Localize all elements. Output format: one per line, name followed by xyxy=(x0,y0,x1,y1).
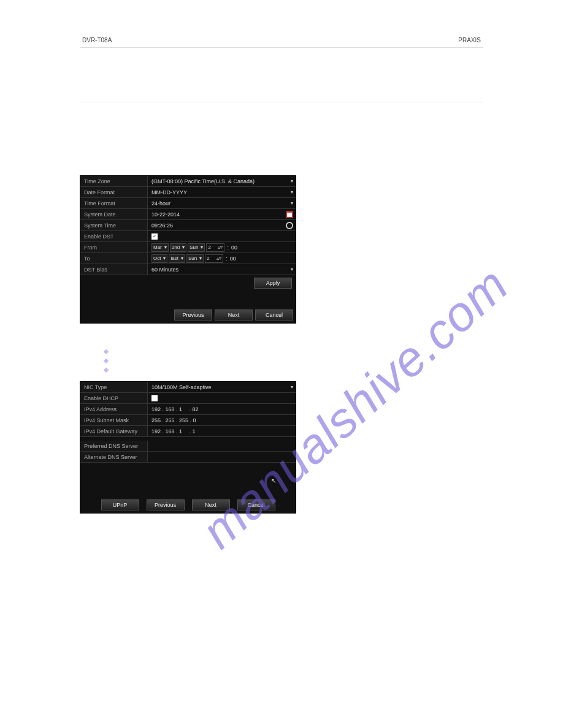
label-ipv4mask: IPv4 Subnet Mask xyxy=(80,415,148,425)
brand-label: PRAXIS xyxy=(458,37,481,44)
figure-caption-2: Figure 2.5 Network Configuration xyxy=(80,516,483,522)
from-min: 00 xyxy=(231,245,237,251)
cursor-icon: ↖ xyxy=(271,477,276,484)
label-timezone: Time Zone xyxy=(80,176,148,186)
label-ipv4gw: IPv4 Default Gateway xyxy=(80,426,148,436)
row-ipv4addr[interactable]: IPv4 Address 192 . 168 . 1 . 82 xyxy=(80,404,296,415)
row-nictype[interactable]: NIC Type 10M/100M Self-adaptive ▾ xyxy=(80,382,296,393)
chevron-down-icon: ▾ xyxy=(291,384,296,390)
row-dateformat[interactable]: Date Format MM-DD-YYYY ▾ xyxy=(80,187,296,198)
clock-icon[interactable] xyxy=(286,222,293,229)
previous-button[interactable]: Previous xyxy=(174,309,212,320)
label-pdns: Preferred DNS Server xyxy=(80,441,148,451)
label-enabledst: Enable DST xyxy=(80,231,148,241)
apply-row: Apply xyxy=(80,275,296,289)
spacer: ↖ xyxy=(80,463,296,497)
from-week-select[interactable]: 2nd▾ xyxy=(170,243,186,252)
value-dateformat: MM-DD-YYYY xyxy=(151,189,187,195)
chapter-title: Chapter 2 Getting Started xyxy=(80,126,483,142)
cancel-button[interactable]: Cancel xyxy=(237,499,275,510)
previous-button[interactable]: Previous xyxy=(147,499,185,510)
step-2-text: 2. Click Next button on the Wizard windo… xyxy=(80,165,483,172)
next-button[interactable]: Next xyxy=(192,499,230,510)
from-day-select[interactable]: Sun▾ xyxy=(188,243,205,252)
label-timeformat: Time Format xyxy=(80,198,148,208)
label-adns: Alternate DNS Server xyxy=(80,452,148,462)
to-hour-spinner[interactable]: 2▵▿ xyxy=(205,254,223,263)
datetime-settings-panel: Time Zone (GMT-08:00) Pacific Time(U.S. … xyxy=(80,175,296,324)
spacer xyxy=(80,289,296,307)
value-ipv4addr: 192 . 168 . 1 . 82 xyxy=(151,406,199,412)
divider xyxy=(80,47,483,48)
nav-buttons: UPnP Previous Next Cancel xyxy=(80,497,296,513)
chevron-down-icon: ▾ xyxy=(291,189,296,195)
model-label: DVR-T08A xyxy=(82,37,112,44)
value-sysdate: 10-22-2014 xyxy=(151,211,180,218)
to-day-select[interactable]: Sun▾ xyxy=(186,254,204,263)
colon-text: : xyxy=(224,256,229,262)
figure-caption-1: Figure 2.4 Date and Time Settings xyxy=(80,326,483,332)
step-1-text: 1. Enter the Wizard interface if start w… xyxy=(80,156,483,162)
label-nictype: NIC Type xyxy=(80,382,148,392)
to-min: 00 xyxy=(230,256,236,262)
calendar-icon[interactable] xyxy=(286,211,293,218)
row-systime[interactable]: System Time 09:26:26 xyxy=(80,220,296,231)
chevron-down-icon: ▾ xyxy=(291,267,296,272)
to-week-select[interactable]: last▾ xyxy=(169,254,185,263)
checkbox-enabledst[interactable]: ✓ xyxy=(151,233,158,240)
network-config-panel: NIC Type 10M/100M Self-adaptive ▾ Enable… xyxy=(80,381,296,514)
row-dhcp: Enable DHCP xyxy=(80,393,296,404)
chapter-block: Chapter 2 Getting Started Steps: 1. Ente… xyxy=(80,126,483,172)
row-enabledst: Enable DST ✓ xyxy=(80,231,296,242)
label-dhcp: Enable DHCP xyxy=(80,393,148,403)
next-button[interactable]: Next xyxy=(215,309,253,320)
row-ipv4mask[interactable]: IPv4 Subnet Mask 255 . 255 . 255 . 0 xyxy=(80,415,296,426)
colon-text: : xyxy=(226,245,230,251)
label-from: From xyxy=(80,242,148,252)
divider xyxy=(80,102,483,102)
page-header: DVR-T08A PRAXIS xyxy=(80,37,483,46)
row-timezone[interactable]: Time Zone (GMT-08:00) Pacific Time(U.S. … xyxy=(80,176,296,187)
value-nictype: 10M/100M Self-adaptive xyxy=(151,384,212,390)
value-dstbias: 60 Minutes xyxy=(151,267,178,273)
from-hour-spinner[interactable]: 2▵▿ xyxy=(206,243,224,252)
row-dstbias[interactable]: DST Bias 60 Minutes ▾ xyxy=(80,264,296,275)
label-dateformat: Date Format xyxy=(80,187,148,197)
cancel-button[interactable]: Cancel xyxy=(255,309,293,320)
row-sysdate[interactable]: System Date 10-22-2014 xyxy=(80,209,296,220)
value-ipv4mask: 255 . 255 . 255 . 0 xyxy=(151,417,196,423)
bullet-1: 1 self-adaptive 10M/100M network interfa… xyxy=(104,347,483,357)
row-from: From Mar▾ 2nd▾ Sun▾ 2▵▿ : 00 xyxy=(80,242,296,253)
label-sysdate: System Date xyxy=(80,209,148,219)
label-ipv4addr: IPv4 Address xyxy=(80,404,148,414)
label-systime: System Time xyxy=(80,220,148,230)
row-pdns[interactable]: Preferred DNS Server xyxy=(80,441,296,452)
label-to: To xyxy=(80,253,148,264)
value-systime: 09:26:26 xyxy=(151,222,173,229)
row-adns[interactable]: Alternate DNS Server xyxy=(80,452,296,463)
chevron-down-icon: ▾ xyxy=(291,178,296,184)
to-month-select[interactable]: Oct▾ xyxy=(151,254,167,263)
bullet-3: And three working modes are configurable… xyxy=(104,366,483,375)
apply-button[interactable]: Apply xyxy=(254,278,292,289)
row-timeformat[interactable]: Time Format 24-hour ▾ xyxy=(80,198,296,209)
upnp-button[interactable]: UPnP xyxy=(101,499,139,510)
note-bullets: 1 self-adaptive 10M/100M network interfa… xyxy=(104,347,483,375)
bullet-2: 2 self-adaptive 10M/100M/1000M network i… xyxy=(104,357,483,366)
document-page: DVR-T08A PRAXIS Chapter 2 Getting Starte… xyxy=(0,0,563,728)
value-ipv4gw: 192 . 168 . 1 . 1 xyxy=(151,428,196,434)
page-number: 23 xyxy=(0,699,563,706)
from-month-select[interactable]: Mar▾ xyxy=(151,243,169,252)
checkbox-dhcp[interactable] xyxy=(151,395,158,401)
value-timezone: (GMT-08:00) Pacific Time(U.S. & Canada) xyxy=(151,178,255,184)
row-to: To Oct▾ last▾ Sun▾ 2▵▿ : 00 xyxy=(80,253,296,264)
label-dstbias: DST Bias xyxy=(80,264,148,275)
value-timeformat: 24-hour xyxy=(151,200,170,207)
row-ipv4gw[interactable]: IPv4 Default Gateway 192 . 168 . 1 . 1 xyxy=(80,426,296,437)
step-3-text: 3. After the time settings, click Next b… xyxy=(80,337,483,344)
steps-heading: Steps: xyxy=(80,146,483,153)
chevron-down-icon: ▾ xyxy=(291,200,296,206)
nav-buttons: Previous Next Cancel xyxy=(80,307,296,323)
